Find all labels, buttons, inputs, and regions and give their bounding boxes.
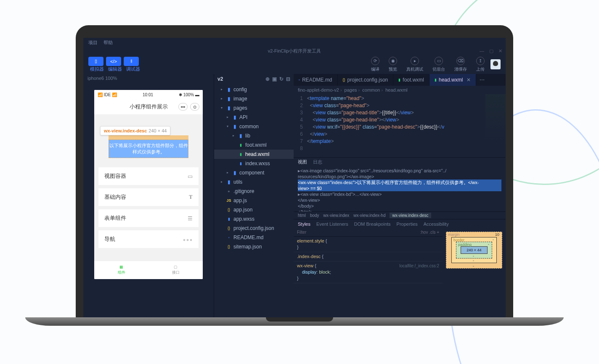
- tree-file[interactable]: ▫.gitignore: [214, 187, 294, 196]
- editor-tab[interactable]: ▮foot.wxml: [393, 74, 429, 86]
- dom-path-segment[interactable]: body: [310, 213, 319, 218]
- tree-folder[interactable]: ▸▮API: [214, 113, 294, 122]
- breadcrumb-segment[interactable]: head.wxml: [385, 87, 408, 92]
- tree-folder[interactable]: ▸▮image: [214, 94, 294, 103]
- styles-subtab[interactable]: Event Listeners: [316, 222, 348, 227]
- api-icon: ▢: [174, 265, 178, 269]
- tree-file[interactable]: JSapp.js: [214, 196, 294, 205]
- new-folder-icon[interactable]: ▣: [272, 76, 277, 82]
- grid-icon: ▦: [119, 265, 123, 269]
- remote-icon: ▸: [411, 57, 419, 65]
- css-rule[interactable]: wx-view {localfile:/_index.css:2display:…: [294, 261, 443, 283]
- css-rule[interactable]: .index-desc {</span><br><span class="pro…: [294, 252, 443, 261]
- capsule-close-icon[interactable]: ⊙: [190, 103, 199, 111]
- simulator-device-label[interactable]: iphone6 100%: [83, 74, 214, 82]
- breadcrumb-segment[interactable]: pages: [345, 87, 360, 92]
- editor-tab[interactable]: {}project.config.json: [338, 74, 394, 86]
- tab-debugger-label[interactable]: 调试器: [126, 66, 140, 72]
- styles-subtab[interactable]: Styles: [298, 222, 310, 227]
- tab-editor-icon[interactable]: </>: [106, 57, 121, 66]
- capsule-menu-icon[interactable]: •••: [178, 103, 188, 111]
- eye-icon: ◉: [389, 57, 397, 65]
- hov-toggle[interactable]: :hov: [420, 230, 428, 235]
- avatar[interactable]: [490, 59, 501, 69]
- breadcrumb-segment[interactable]: common: [362, 87, 383, 92]
- phone-statusbar: 📶 IDE 📶 10:01 ✱ 100% ▬: [94, 90, 203, 99]
- add-rule-icon[interactable]: +: [437, 230, 439, 235]
- phone-tab-components[interactable]: ▦组件: [94, 261, 148, 279]
- laptop-frame: 项目 帮助 v2-FinClip小程序开发工具 — ▢ ✕ ▯ </> ⫴ 模拟…: [76, 25, 513, 319]
- tree-file[interactable]: {}sitemap.json: [214, 242, 294, 251]
- clear-cache-button[interactable]: ⌫清缓存: [454, 57, 467, 72]
- phone-preview: 📶 IDE 📶 10:01 ✱ 100% ▬ 小程序组件展示 •••⊙ wx-v…: [94, 90, 203, 279]
- tree-root[interactable]: v2: [217, 76, 223, 82]
- phone-tab-api[interactable]: ▢接口: [148, 261, 203, 279]
- preview-button[interactable]: ◉预览: [389, 57, 397, 72]
- inspect-tooltip: wx-view.index-desc240 × 44: [100, 126, 170, 135]
- remote-debug-button[interactable]: ▸真机调试: [406, 57, 423, 72]
- tree-file[interactable]: ▮index.wxss: [214, 159, 294, 168]
- minimap[interactable]: [485, 94, 506, 145]
- cls-toggle[interactable]: .cls: [429, 230, 435, 235]
- tree-folder[interactable]: ▸▮config: [214, 85, 294, 94]
- background-icon: ▭: [435, 57, 443, 65]
- close-icon[interactable]: ✕: [498, 48, 502, 54]
- dom-path-segment[interactable]: wx-view.index: [323, 213, 350, 218]
- ide-window: 项目 帮助 v2-FinClip小程序开发工具 — ▢ ✕ ▯ </> ⫴ 模拟…: [83, 38, 506, 319]
- collapse-icon[interactable]: ⊟: [286, 76, 290, 82]
- tree-folder[interactable]: ▾▮common: [214, 122, 294, 131]
- editor-tab-active[interactable]: ▮head.wxml✕: [429, 74, 476, 86]
- breadcrumb-segment[interactable]: fino-applet-demo-v2: [298, 87, 342, 92]
- status-carrier: 📶 IDE 📶: [98, 92, 117, 97]
- minimize-icon[interactable]: —: [480, 48, 484, 54]
- maximize-icon[interactable]: ▢: [489, 48, 493, 54]
- editor-tab[interactable]: ▫README.md: [294, 74, 338, 86]
- tree-folder[interactable]: ▸▮component: [214, 168, 294, 177]
- css-rule[interactable]: element.style {}: [294, 237, 443, 252]
- tree-folder[interactable]: ▸▮lib: [214, 131, 294, 140]
- tab-simulator-label[interactable]: 模拟器: [90, 66, 104, 72]
- menu-project[interactable]: 项目: [88, 40, 98, 46]
- inspect-highlight: 以下将展示小程序官方组件部分，组件样式仅供参考。: [109, 140, 188, 158]
- devtools-tab-elements[interactable]: 视图: [298, 159, 307, 165]
- tree-file[interactable]: {}project.config.json: [214, 224, 294, 233]
- list-item[interactable]: 导航∘∘∘: [98, 230, 199, 248]
- refresh-icon[interactable]: ↻: [279, 76, 284, 82]
- tree-file[interactable]: ▮foot.wxml: [214, 140, 294, 150]
- tab-simulator-icon[interactable]: ▯: [88, 57, 103, 66]
- tab-debugger-icon[interactable]: ⫴: [124, 57, 139, 66]
- dom-path-segment[interactable]: wx-view.index-hd: [353, 213, 385, 218]
- dom-path-segment[interactable]: wx-view.index-desc: [390, 213, 431, 218]
- close-tab-icon[interactable]: ✕: [466, 77, 471, 83]
- tabs-overflow-icon[interactable]: ⋯: [476, 74, 488, 86]
- list-item[interactable]: 基础内容𝐓: [98, 188, 199, 206]
- compile-button[interactable]: ⟳编译: [371, 57, 379, 72]
- laptop-notch: [266, 317, 333, 322]
- new-file-icon[interactable]: ⊕: [265, 76, 270, 82]
- tree-folder[interactable]: ▸▮utils: [214, 177, 294, 187]
- list-item[interactable]: 表单组件☰: [98, 209, 199, 227]
- dom-tree[interactable]: ▸<wx-image class="index-logo" src="../re…: [294, 166, 506, 211]
- list-item[interactable]: 视图容器▭: [98, 167, 199, 185]
- styles-filter-input[interactable]: Filter: [297, 229, 306, 235]
- status-battery: ✱ 100% ▬: [179, 92, 199, 97]
- window-title: v2-FinClip小程序开发工具: [268, 48, 321, 54]
- tree-folder[interactable]: ▾▮pages: [214, 103, 294, 113]
- styles-subtab[interactable]: Accessibility: [424, 222, 449, 227]
- tree-file[interactable]: ▮app.wxss: [214, 214, 294, 224]
- dom-path-segment[interactable]: html: [298, 213, 306, 218]
- tree-file[interactable]: ▫README.md: [214, 233, 294, 242]
- tree-file-active[interactable]: ▮head.wxml: [214, 150, 294, 159]
- code-editor[interactable]: 1<template name="head">2 <view class="pa…: [294, 94, 506, 157]
- menu-help[interactable]: 帮助: [103, 40, 113, 46]
- upload-button[interactable]: ↥上传: [476, 57, 485, 72]
- phone-navbar: 小程序组件展示 •••⊙: [94, 99, 203, 114]
- tab-editor-label[interactable]: 编辑器: [108, 66, 122, 72]
- styles-subtab[interactable]: Properties: [397, 222, 418, 227]
- tree-file[interactable]: {}app.json: [214, 205, 294, 214]
- background-button[interactable]: ▭切后台: [432, 57, 445, 72]
- phone-nav-title: 小程序组件展示: [130, 103, 168, 111]
- devtools-tab-other[interactable]: 日志: [313, 159, 322, 165]
- styles-subtab[interactable]: DOM Breakpoints: [354, 222, 391, 227]
- breadcrumb: fino-applet-demo-v2pagescommonhead.wxml: [294, 86, 506, 94]
